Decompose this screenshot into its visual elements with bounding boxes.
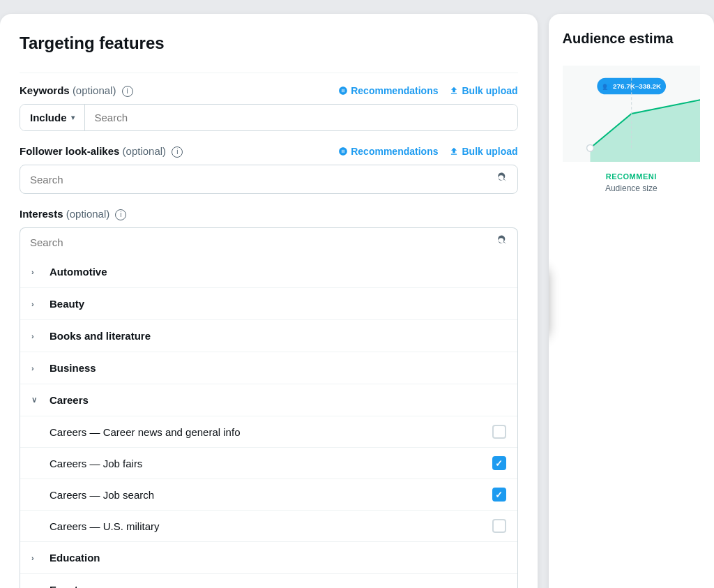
category-careers-label: Careers: [50, 394, 89, 406]
chevron-right-icon-3: ›: [31, 332, 43, 340]
keywords-search-input[interactable]: [85, 105, 517, 130]
interests-info-icon[interactable]: i: [115, 209, 126, 220]
category-beauty-header[interactable]: › Beauty: [20, 288, 517, 319]
keywords-info-icon[interactable]: i: [122, 86, 133, 97]
audience-estimate-title: Audience estima: [563, 31, 700, 47]
page-title: Targeting features: [20, 33, 518, 53]
category-books-label: Books and literature: [50, 330, 151, 342]
svg-point-2: [586, 144, 593, 151]
checkbox-career-news[interactable]: [492, 425, 506, 439]
subitem-military: Careers — U.S. military: [20, 510, 517, 541]
interests-search-icon: [496, 235, 508, 249]
flame-icon: [338, 86, 348, 96]
category-careers-header[interactable]: ∨ Careers: [20, 384, 517, 416]
follower-label-group: Follower look-alikes (optional) i: [20, 145, 183, 158]
checkbox-job-fairs[interactable]: [492, 456, 506, 470]
flame-icon-2: [338, 146, 348, 156]
follower-bulk-upload-link[interactable]: Bulk upload: [449, 146, 517, 157]
audience-chart: 👥 276.7K–338.2K RECOMMENI Audience size: [563, 58, 700, 169]
chevron-right-icon-5: ›: [31, 554, 43, 562]
subitem-job-search: Careers — Job search: [20, 478, 517, 510]
subitem-career-news-label: Careers — Career news and general info: [50, 426, 240, 438]
category-business-label: Business: [50, 362, 96, 374]
interests-label: Interests (optional): [20, 208, 112, 220]
keywords-actions: Recommendations Bulk upload: [338, 85, 517, 96]
follower-lookalikes-section: Follower look-alikes (optional) i Recomm…: [20, 145, 518, 194]
interests-search-input[interactable]: [30, 236, 496, 248]
follower-label: Follower look-alikes (optional): [20, 145, 169, 157]
follower-actions: Recommendations Bulk upload: [338, 146, 517, 157]
subitem-job-search-label: Careers — Job search: [50, 489, 154, 501]
chevron-right-icon-4: ›: [31, 364, 43, 372]
upload-icon: [449, 86, 459, 96]
category-events-label: Events: [50, 584, 84, 588]
subitem-military-label: Careers — U.S. military: [50, 520, 160, 532]
category-automotive-header[interactable]: › Automotive: [20, 256, 517, 287]
audience-size-label: Audience size: [563, 183, 700, 193]
interests-search-box: [20, 227, 518, 256]
category-careers-children: Careers — Career news and general info C…: [20, 416, 517, 541]
recommended-label: RECOMMENI: [563, 172, 700, 181]
interests-section: Interests (optional) i › Automo: [20, 208, 518, 588]
category-business-header[interactable]: › Business: [20, 352, 517, 384]
svg-text:👥 276.7K–338.2K: 👥 276.7K–338.2K: [602, 82, 662, 91]
category-education-label: Education: [50, 552, 100, 564]
checkbox-job-search[interactable]: [492, 488, 506, 502]
chevron-right-icon-6: ›: [31, 586, 43, 589]
category-automotive: › Automotive: [20, 256, 517, 288]
category-books: › Books and literature: [20, 320, 517, 352]
follower-search-box: [20, 165, 518, 194]
interests-label-group: Interests (optional) i: [20, 208, 126, 220]
interests-header: Interests (optional) i: [20, 208, 518, 220]
keywords-label-group: Keywords (optional) i: [20, 84, 133, 97]
keywords-input-row: Include ▾: [20, 104, 518, 131]
keywords-header: Keywords (optional) i Recommendations Bu…: [20, 84, 518, 97]
category-beauty: › Beauty: [20, 288, 517, 320]
subitem-career-news: Careers — Career news and general info: [20, 416, 517, 447]
audience-chart-svg: 👥 276.7K–338.2K: [563, 58, 700, 169]
follower-search-icon: [496, 172, 508, 186]
keywords-section: Keywords (optional) i Recommendations Bu…: [20, 84, 518, 131]
follower-info-icon[interactable]: i: [172, 146, 183, 158]
chevron-right-icon: ›: [31, 268, 43, 276]
category-business: › Business: [20, 352, 517, 384]
keywords-recommendations-link[interactable]: Recommendations: [338, 85, 438, 96]
targeting-features-panel: Targeting features Keywords (optional) i…: [0, 14, 538, 588]
chevron-right-icon-2: ›: [31, 300, 43, 308]
keywords-label: Keywords (optional): [20, 84, 119, 96]
category-beauty-label: Beauty: [50, 298, 84, 310]
category-careers: ∨ Careers Careers — Career news and gene…: [20, 384, 517, 542]
subitem-job-fairs-label: Careers — Job fairs: [50, 458, 142, 469]
follower-lookalikes-header: Follower look-alikes (optional) i Recomm…: [20, 145, 518, 158]
include-dropdown[interactable]: Include ▾: [20, 105, 85, 130]
subitem-job-fairs: Careers — Job fairs: [20, 447, 517, 478]
category-events-header[interactable]: › Events: [20, 574, 517, 588]
checkbox-military[interactable]: [492, 519, 506, 533]
category-books-header[interactable]: › Books and literature: [20, 320, 517, 352]
follower-recommendations-link[interactable]: Recommendations: [338, 146, 438, 157]
interests-category-list: › Automotive › Beauty › Books and litera…: [20, 256, 518, 588]
dropdown-arrow-icon: ▾: [71, 114, 75, 121]
category-events: › Events: [20, 574, 517, 588]
chevron-down-icon: ∨: [31, 395, 43, 405]
follower-search-input[interactable]: [30, 174, 496, 186]
category-automotive-label: Automotive: [50, 266, 107, 278]
keywords-bulk-upload-link[interactable]: Bulk upload: [449, 85, 517, 96]
upload-icon-2: [449, 146, 459, 156]
category-education: › Education: [20, 542, 517, 574]
category-education-header[interactable]: › Education: [20, 542, 517, 573]
audience-estimate-panel: Audience estima 👥 276.7K–338.2K RECOMMEN…: [549, 14, 714, 588]
